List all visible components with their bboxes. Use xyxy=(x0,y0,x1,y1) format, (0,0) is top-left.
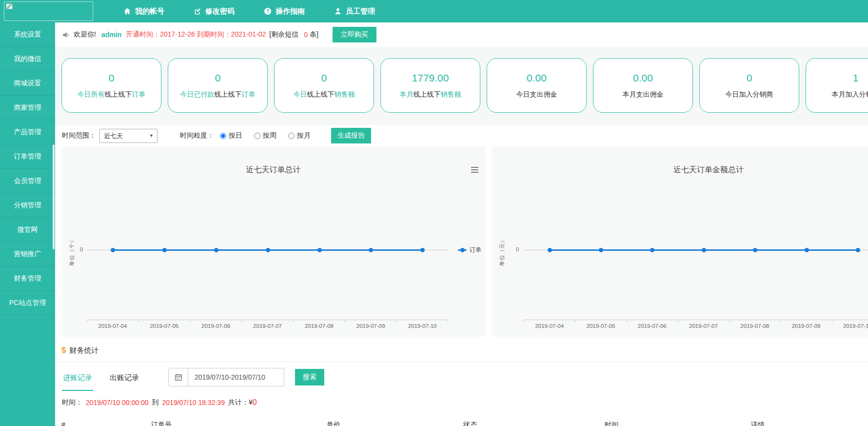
x-axis xyxy=(524,320,868,320)
welcome-greeting: 欢迎你! xyxy=(74,30,96,39)
nav-guide[interactable]: ? 操作指南 xyxy=(249,0,319,22)
col-order-no: 订单号 xyxy=(151,421,172,426)
data-point xyxy=(369,248,373,252)
top-nav: 我的帐号 修改密码 ? 操作指南 员工管理 xyxy=(109,0,390,22)
col-detail: 详情 xyxy=(751,421,765,426)
sidebar-item-system-settings[interactable]: 系统设置 xyxy=(0,22,55,47)
legend-marker-icon xyxy=(458,249,467,251)
time-end: 2019/07/10 18:32:39 xyxy=(162,399,224,406)
tab-expense-records[interactable]: 出账记录 xyxy=(109,364,140,391)
col-price: 单价 xyxy=(327,421,340,426)
stat-label: 今日支出佣金 xyxy=(516,90,557,99)
data-point xyxy=(856,248,860,252)
granularity-radio-weekly[interactable] xyxy=(254,133,260,139)
chart-legend[interactable]: 订单 xyxy=(458,246,481,254)
sidebar-item-member-mgmt[interactable]: 会员管理 xyxy=(0,169,55,193)
sidebar-item-my-wechat[interactable]: 我的微信 xyxy=(0,47,55,71)
data-point xyxy=(650,248,654,252)
granularity-option-monthly[interactable]: 按月 xyxy=(288,131,311,140)
welcome-bar: 欢迎你! admin 开通时间：2017-12-26 到期时间：2021-01-… xyxy=(55,22,868,47)
data-point xyxy=(266,248,270,252)
orders-line-chart: 近七天订单总计 单位（个） 0 2019-07-042019-07-052019… xyxy=(61,146,485,337)
account-period: 开通时间：2017-12-26 到期时间：2021-01-02 xyxy=(126,30,266,39)
x-axis-labels: 2019-07-042019-07-052019-07-062019-07-07… xyxy=(524,323,868,329)
sidebar-item-distribution-mgmt[interactable]: 分销管理 xyxy=(0,193,55,218)
time-label: 时间： xyxy=(62,398,82,407)
home-icon xyxy=(123,7,131,15)
col-status: 状态 xyxy=(463,421,477,426)
y-axis-name: 单位（元） xyxy=(498,225,506,279)
stat-label: 今日所有线上线下订单 xyxy=(78,90,146,99)
x-axis-labels: 2019-07-042019-07-052019-07-062019-07-07… xyxy=(87,323,448,329)
legend-label: 订单 xyxy=(470,246,481,254)
granularity-option-weekly[interactable]: 按周 xyxy=(254,131,276,140)
data-point xyxy=(805,248,809,252)
tab-income-records[interactable]: 进账记录 xyxy=(62,364,93,391)
data-point xyxy=(702,248,706,252)
data-point xyxy=(420,248,425,252)
sidebar-item-marketing[interactable]: 营销推广 xyxy=(0,242,55,266)
data-point xyxy=(162,248,167,252)
chart-menu-icon[interactable] xyxy=(470,166,479,175)
broken-image-icon xyxy=(6,3,13,9)
nav-change-password[interactable]: 修改密码 xyxy=(179,0,249,22)
y-axis-tick: 0 xyxy=(507,246,519,252)
generate-report-button[interactable]: 生成报告 xyxy=(331,128,371,143)
stat-value: 1 xyxy=(853,72,859,84)
calendar-icon xyxy=(169,368,188,386)
time-summary-row: 时间： 2019/07/10 00:00:00 到 2019/07/10 18:… xyxy=(55,392,868,413)
logo xyxy=(4,1,93,21)
finance-tabs-row: 进账记录 出账记录 2019/07/10-2019/07/10 搜索 xyxy=(55,362,868,392)
sidebar-item-finance-mgmt[interactable]: 财务管理 xyxy=(0,266,55,291)
granularity-radio-daily[interactable] xyxy=(220,133,226,139)
scrollbar-thumb[interactable] xyxy=(53,144,55,249)
date-range-picker[interactable]: 2019/07/10-2019/07/10 xyxy=(168,368,284,386)
dollar-icon: $ xyxy=(61,345,66,355)
order-amount-line-chart: 近七天订单金额总计 单位（元） 0 2019-07-042019-07-0520… xyxy=(492,146,868,337)
granularity-option-daily[interactable]: 按日 xyxy=(220,131,242,140)
stat-card: 0 今日线上线下销售额 xyxy=(274,58,374,113)
x-axis xyxy=(87,320,448,320)
stat-card: 1 本月加入分销商 xyxy=(806,58,868,113)
stat-card: 1779.00 本月线上线下销售额 xyxy=(380,58,480,113)
time-start: 2019/07/10 00:00:00 xyxy=(86,399,148,406)
sidebar-item-order-mgmt[interactable]: 订单管理 xyxy=(0,144,55,169)
nav-label: 我的帐号 xyxy=(135,7,164,16)
date-range-value[interactable]: 2019/07/10-2019/07/10 xyxy=(188,368,284,386)
sidebar: 系统设置 我的微信 商城设置 商家管理 产品管理 订单管理 会员管理 分销管理 … xyxy=(0,22,55,426)
svg-text:?: ? xyxy=(266,9,269,14)
sidebar-item-product-mgmt[interactable]: 产品管理 xyxy=(0,120,55,144)
granularity-radio-monthly[interactable] xyxy=(288,133,295,139)
stat-value: 0 xyxy=(747,72,752,84)
data-point xyxy=(317,248,322,252)
records-table-header: # 订单号 单价 状态 时间 详情 xyxy=(55,413,868,426)
stat-value: 0 xyxy=(321,72,327,84)
data-point xyxy=(753,248,757,252)
stat-label: 今日线上线下销售额 xyxy=(294,90,355,99)
to-label: 到 xyxy=(152,398,158,407)
sidebar-item-micro-site[interactable]: 微官网 xyxy=(0,218,55,242)
sidebar-item-merchant-mgmt[interactable]: 商家管理 xyxy=(0,96,55,120)
stat-value: 0 xyxy=(109,72,115,84)
nav-my-account[interactable]: 我的帐号 xyxy=(109,0,179,22)
search-button[interactable]: 搜索 xyxy=(295,369,324,385)
stat-label: 本月线上线下销售额 xyxy=(400,90,461,99)
col-time: 时间 xyxy=(605,421,618,426)
buy-now-button[interactable]: 立即购买 xyxy=(333,27,376,42)
stat-cards-row: 0 今日所有线上线下订单 0 今日已付款线上线下订单 0 今日线上线下销售额 1… xyxy=(55,47,868,125)
nav-staff[interactable]: 员工管理 xyxy=(319,0,390,22)
user-icon xyxy=(334,7,342,15)
sidebar-item-pc-site-mgmt[interactable]: PC站点管理 xyxy=(0,291,55,315)
sidebar-item-mall-settings[interactable]: 商城设置 xyxy=(0,71,55,96)
stat-card: 0 今日加入分销商 xyxy=(699,58,799,113)
time-range-select[interactable]: 近七天 xyxy=(99,129,158,143)
stat-value: 0.00 xyxy=(527,72,547,84)
chart-title: 近七天订单金额总计 xyxy=(492,165,868,175)
time-range-label: 时间范围： xyxy=(62,131,96,140)
username: admin xyxy=(101,31,121,39)
nav-label: 修改密码 xyxy=(205,7,235,16)
stat-card: 0 今日所有线上线下订单 xyxy=(61,58,161,113)
stat-label: 本月加入分销商 xyxy=(832,90,868,99)
total-value: 0 xyxy=(253,398,257,407)
stat-card: 0.00 今日支出佣金 xyxy=(487,58,587,113)
